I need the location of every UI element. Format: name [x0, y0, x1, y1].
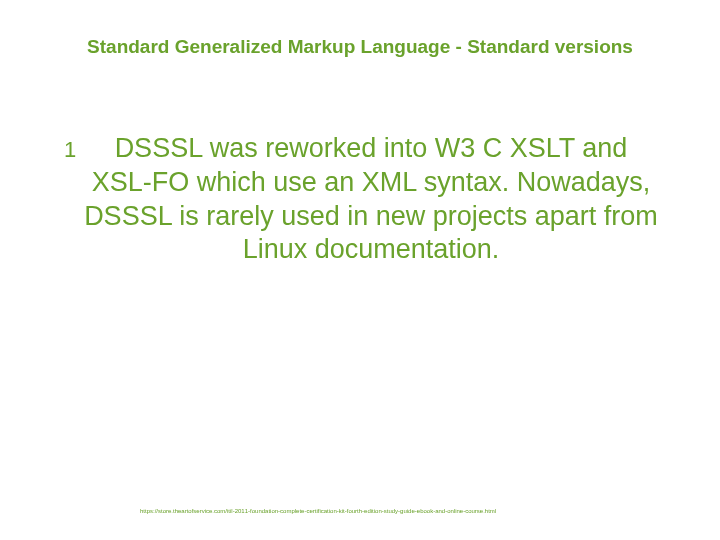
bullet-number: 1 — [64, 132, 82, 164]
slide-title: Standard Generalized Markup Language - S… — [0, 36, 720, 58]
bullet-row: 1 DSSSL was reworked into W3 C XSLT and … — [70, 132, 660, 267]
slide-body: 1 DSSSL was reworked into W3 C XSLT and … — [70, 132, 660, 267]
footer-link: https://store.theartofservice.com/itil-2… — [140, 508, 680, 514]
bullet-content: DSSSL was reworked into W3 C XSLT and XS… — [82, 132, 660, 267]
slide: Standard Generalized Markup Language - S… — [0, 0, 720, 540]
